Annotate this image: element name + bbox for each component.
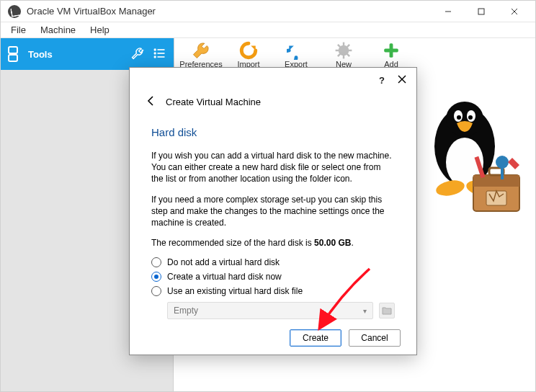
svg-rect-9 [158, 56, 165, 58]
svg-rect-7 [158, 53, 165, 54]
maximize-button[interactable] [465, 1, 498, 22]
svg-point-25 [457, 115, 461, 120]
menubar: File Machine Help [1, 22, 535, 38]
create-vm-dialog: ? Create Virtual Machine Hard disk If yo… [129, 67, 417, 355]
toolbar-add-button[interactable]: Add [372, 41, 411, 68]
toolbar-export-button[interactable]: Export [277, 41, 316, 68]
close-icon [398, 75, 406, 84]
radio-icon [151, 286, 161, 296]
svg-rect-36 [501, 162, 504, 179]
tools-tab-icon [8, 43, 21, 65]
svg-line-18 [347, 45, 349, 47]
toolbar-import-button[interactable]: Import [229, 41, 268, 68]
recommended-size-value: 50.00 GB [314, 238, 351, 248]
close-window-button[interactable] [498, 1, 531, 22]
svg-rect-20 [384, 49, 398, 53]
tux-mascot-image [417, 96, 525, 233]
svg-rect-1 [478, 9, 484, 14]
wrench-icon [192, 41, 210, 60]
svg-point-8 [154, 55, 156, 58]
menu-file[interactable]: File [5, 23, 32, 37]
dialog-close-button[interactable] [398, 75, 406, 86]
option-no-disk[interactable]: Do not add a virtual hard disk [151, 257, 395, 267]
toolbar-preferences-button[interactable]: Preferences [182, 41, 220, 68]
svg-rect-33 [486, 191, 506, 205]
titlebar: Oracle VM VirtualBox Manager [1, 1, 535, 22]
export-icon [287, 41, 305, 60]
radio-icon-checked [151, 272, 161, 282]
dialog-header: Create Virtual Machine [130, 92, 416, 116]
tools-list-icon [152, 46, 166, 63]
info-paragraph-1: If you wish you can add a virtual hard d… [151, 150, 395, 185]
dialog-body: Hard disk If you wish you can add a virt… [130, 116, 416, 321]
svg-line-17 [338, 54, 340, 56]
plus-icon [382, 41, 401, 60]
starburst-icon [334, 41, 353, 60]
dialog-titlebar: ? [130, 68, 416, 92]
svg-point-4 [154, 48, 156, 50]
dialog-footer: Create Cancel [130, 321, 416, 355]
svg-rect-5 [158, 49, 165, 50]
option-create-disk[interactable]: Create a virtual hard disk now [151, 272, 395, 282]
radio-icon [151, 257, 161, 267]
minimize-button[interactable] [432, 1, 465, 22]
info-paragraph-2: If you need a more complex storage set-u… [151, 194, 395, 229]
svg-line-15 [338, 45, 340, 47]
existing-disk-value: Empty [174, 306, 198, 316]
window-title: Oracle VM VirtualBox Manager [27, 6, 156, 17]
minimize-icon [445, 8, 452, 15]
svg-point-27 [468, 115, 473, 120]
section-heading: Hard disk [151, 126, 395, 138]
dialog-help-button[interactable]: ? [379, 75, 385, 86]
toolbar-new-button[interactable]: New [324, 41, 363, 68]
menu-machine[interactable]: Machine [35, 23, 81, 37]
folder-icon [382, 306, 392, 315]
virtualbox-manager-window: Oracle VM VirtualBox Manager File Machin… [0, 0, 536, 392]
tools-wrench-icon [130, 46, 145, 63]
main-toolbar: Preferences Import Export New Add [174, 38, 535, 70]
close-icon [511, 8, 518, 15]
option-no-disk-label: Do not add a virtual hard disk [167, 257, 280, 267]
para3-suffix: . [351, 238, 353, 248]
import-icon [239, 41, 258, 60]
browse-disk-button[interactable] [379, 303, 395, 318]
option-existing-disk-label: Use an existing virtual hard disk file [167, 286, 303, 296]
para3-prefix: The recommended size of the hard disk is [151, 238, 314, 248]
arrow-left-icon [146, 95, 157, 107]
dialog-back-button[interactable] [146, 95, 157, 109]
chevron-down-icon: ▾ [363, 307, 367, 315]
svg-line-16 [347, 54, 349, 56]
svg-rect-31 [473, 175, 519, 187]
tools-tab-label: Tools [28, 49, 123, 60]
svg-point-6 [154, 52, 156, 54]
dialog-title: Create Virtual Machine [166, 97, 261, 107]
existing-disk-row: Empty ▾ [167, 302, 395, 319]
existing-disk-dropdown[interactable]: Empty ▾ [167, 302, 373, 319]
tools-tab[interactable]: Tools [1, 38, 174, 70]
option-existing-disk[interactable]: Use an existing virtual hard disk file [151, 286, 395, 296]
toolstrip: Tools Preferences Import Export [1, 38, 535, 70]
info-paragraph-3: The recommended size of the hard disk is… [151, 237, 395, 249]
create-button[interactable]: Create [290, 329, 341, 347]
virtualbox-app-icon [8, 5, 21, 18]
option-create-disk-label: Create a virtual hard disk now [167, 272, 282, 282]
menu-help[interactable]: Help [84, 23, 115, 37]
cancel-button[interactable]: Cancel [349, 329, 401, 347]
maximize-icon [478, 8, 485, 15]
